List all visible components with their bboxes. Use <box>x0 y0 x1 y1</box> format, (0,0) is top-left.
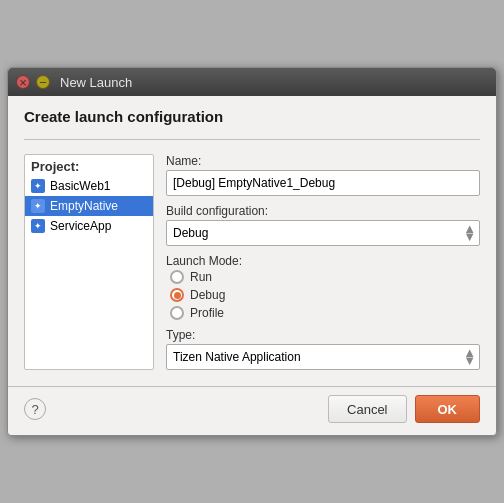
radio-circle-debug <box>170 288 184 302</box>
project-item-label-serviceapp: ServiceApp <box>50 219 111 233</box>
minimize-button[interactable]: − <box>36 75 50 89</box>
project-item-label-emptynative: EmptyNative <box>50 199 118 213</box>
right-panel: Name: Build configuration: Debug Release… <box>166 154 480 370</box>
cancel-button[interactable]: Cancel <box>328 395 406 423</box>
footer-buttons: Cancel OK <box>328 395 480 423</box>
radio-circle-run <box>170 270 184 284</box>
help-button[interactable]: ? <box>24 398 46 420</box>
project-item-emptynative[interactable]: ✦ EmptyNative <box>25 196 153 216</box>
project-label: Project: <box>25 155 153 176</box>
radio-label-run: Run <box>190 270 212 284</box>
help-icon: ? <box>31 402 38 417</box>
name-input[interactable] <box>166 170 480 196</box>
build-config-label: Build configuration: <box>166 204 480 218</box>
build-config-field-group: Build configuration: Debug Release ▲ ▼ <box>166 204 480 246</box>
project-list: ✦ BasicWeb1 ✦ EmptyNative ✦ ServiceApp <box>25 176 153 236</box>
radio-item-debug[interactable]: Debug <box>170 288 480 302</box>
close-button[interactable]: × <box>16 75 30 89</box>
titlebar: × − New Launch <box>8 68 496 96</box>
launch-mode-radio-group: Run Debug Profile <box>166 270 480 320</box>
project-panel: Project: ✦ BasicWeb1 ✦ EmptyNative ✦ Ser… <box>24 154 154 370</box>
project-item-basicweb1[interactable]: ✦ BasicWeb1 <box>25 176 153 196</box>
ok-button[interactable]: OK <box>415 395 481 423</box>
project-item-serviceapp[interactable]: ✦ ServiceApp <box>25 216 153 236</box>
type-label: Type: <box>166 328 480 342</box>
radio-item-profile[interactable]: Profile <box>170 306 480 320</box>
build-config-select[interactable]: Debug Release <box>166 220 480 246</box>
new-launch-window: × − New Launch Create launch configurati… <box>7 67 497 436</box>
project-icon-basicweb1: ✦ <box>31 179 45 193</box>
window-body: Create launch configuration Project: ✦ B… <box>8 96 496 382</box>
project-icon-emptynative: ✦ <box>31 199 45 213</box>
name-field-label: Name: <box>166 154 480 168</box>
project-icon-serviceapp: ✦ <box>31 219 45 233</box>
radio-circle-profile <box>170 306 184 320</box>
radio-label-debug: Debug <box>190 288 225 302</box>
radio-item-run[interactable]: Run <box>170 270 480 284</box>
project-item-label-basicweb1: BasicWeb1 <box>50 179 110 193</box>
footer: ? Cancel OK <box>8 386 496 435</box>
type-select-wrapper: Tizen Native Application Tizen Web Appli… <box>166 344 480 370</box>
type-field-group: Type: Tizen Native Application Tizen Web… <box>166 328 480 370</box>
content-area: Project: ✦ BasicWeb1 ✦ EmptyNative ✦ Ser… <box>24 154 480 370</box>
dialog-header-title: Create launch configuration <box>24 108 480 129</box>
header-divider <box>24 139 480 140</box>
name-field-group: Name: <box>166 154 480 196</box>
window-title: New Launch <box>60 75 132 90</box>
type-select[interactable]: Tizen Native Application Tizen Web Appli… <box>166 344 480 370</box>
radio-label-profile: Profile <box>190 306 224 320</box>
launch-mode-label: Launch Mode: <box>166 254 480 268</box>
radio-dot-debug <box>174 292 181 299</box>
launch-mode-field-group: Launch Mode: Run Debug <box>166 254 480 320</box>
build-config-select-wrapper: Debug Release ▲ ▼ <box>166 220 480 246</box>
